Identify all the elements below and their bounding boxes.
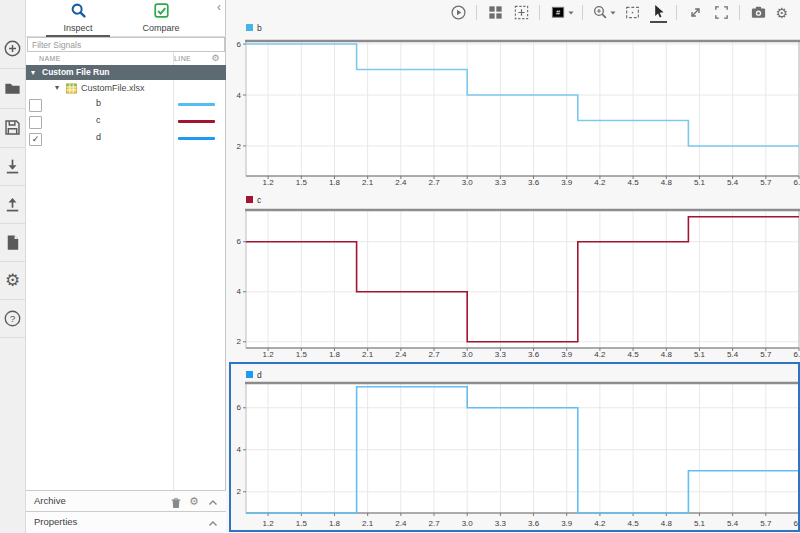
x-tick-label: 3.0 [462,178,474,187]
x-tick-label: 1.8 [329,519,341,528]
y-tick-label: 6 [237,40,242,49]
x-tick-label: 4.2 [594,350,606,359]
toolbar-separator [539,5,540,20]
collapse-panel-icon[interactable]: ‹ [217,0,221,14]
toolbar-separator [0,185,25,186]
run-group-label: Custom File Run [42,65,110,80]
signal-row-d[interactable]: ✓d [26,130,226,147]
folder-icon[interactable] [3,79,22,98]
signal-row-b[interactable]: b [26,96,226,113]
toolbar-separator [0,337,25,338]
y-tick-label: 2 [237,337,242,346]
import-icon[interactable] [3,157,22,176]
x-tick-label: 5.7 [760,519,772,528]
archive-section-bar[interactable]: Archive ⚙ [26,490,226,511]
display-count-icon[interactable]: # [550,4,567,21]
signal-list: bc✓d [26,96,226,147]
expand-icon[interactable] [687,4,704,21]
settings-icon[interactable]: ⚙ [776,4,793,21]
x-tick-label: 2.7 [428,519,440,528]
legend-d: d [246,370,262,380]
preferences-icon[interactable]: ⚙ [3,271,22,290]
y-tick-label: 2 [237,142,242,151]
properties-section-bar[interactable]: Properties [26,511,226,533]
report-icon[interactable] [3,233,22,252]
svg-text:d: d [257,370,262,380]
file-name-label: CustomFile.xlsx [81,80,145,96]
chevron-down-icon[interactable] [568,11,574,15]
save-icon[interactable] [3,118,22,137]
filter-signals-input[interactable] [27,37,225,52]
tab-inspect[interactable]: Inspect [46,2,110,37]
signal-line-swatch [178,120,215,123]
fit-to-view-icon[interactable] [624,4,641,21]
zoom-dropdown-icon[interactable] [592,4,609,21]
tab-compare[interactable]: Compare [129,2,193,35]
x-tick-label: 5.7 [760,350,772,359]
x-tick-label: 4.8 [661,178,673,187]
toolbar-separator [676,5,677,20]
custom-layout-icon[interactable] [513,4,530,21]
x-tick-label: 2.1 [362,519,374,528]
magnifier-icon [70,5,87,22]
x-tick-label: 5.4 [727,519,739,528]
trash-icon[interactable] [170,495,182,507]
collapse-triangle-icon[interactable]: ▾ [31,65,35,80]
x-tick-label: 2.4 [395,178,407,187]
signal-name: c [96,115,101,125]
x-tick-label: 5.4 [727,350,739,359]
toolbar-separator [582,5,583,20]
x-tick-label: 3.3 [495,519,507,528]
toolbar-separator [0,108,25,109]
run-icon[interactable] [450,4,467,21]
x-tick-label: 5.1 [694,519,706,528]
column-name-header[interactable]: NAME [39,55,61,62]
x-tick-label: 3.6 [528,178,540,187]
archive-options-gear-icon[interactable]: ⚙ [188,495,200,507]
chevron-down-icon[interactable] [610,11,616,15]
signal-checkbox[interactable] [29,116,42,129]
file-row[interactable]: ▾ CustomFile.xlsx [26,80,226,96]
toolbar-separator [0,261,25,262]
x-tick-label: 3.0 [462,519,474,528]
x-tick-label: 1.2 [263,178,275,187]
x-tick-label: 3.3 [495,178,507,187]
svg-text:c: c [257,195,262,205]
chevron-up-icon[interactable] [207,516,219,528]
x-tick-label: 5.7 [760,178,772,187]
signal-row-c[interactable]: c [26,113,226,130]
add-circle-icon[interactable] [3,39,22,58]
grid-layout-icon[interactable] [487,4,504,21]
snapshot-icon[interactable] [750,4,767,21]
collapse-triangle-icon[interactable]: ▾ [55,80,59,96]
y-tick-label: 6 [237,237,242,246]
x-tick-label: 3.9 [561,519,573,528]
table-options-gear-icon[interactable]: ⚙ [212,53,220,63]
properties-label: Properties [34,516,77,527]
column-line-header[interactable]: LINE [174,55,191,62]
toolbar-separator [0,68,25,69]
fullscreen-icon[interactable] [713,4,730,21]
x-tick-label: 5.4 [727,178,739,187]
signal-line-swatch [178,137,215,140]
tab-inspect-label: Inspect [46,23,110,37]
x-tick-label: 6.0 [793,350,800,359]
compare-check-icon [153,5,170,22]
x-tick-label: 4.8 [661,350,673,359]
x-tick-label: 1.8 [329,178,341,187]
signal-checkbox[interactable]: ✓ [29,133,42,146]
chevron-up-icon[interactable] [207,495,219,507]
signal-table-header: NAME LINE ⚙ [26,52,226,65]
export-icon[interactable] [3,195,22,214]
x-tick-label: 4.5 [628,178,640,187]
run-group-row[interactable]: ▾ Custom File Run [26,65,226,80]
help-icon[interactable]: ? [3,309,22,328]
spreadsheet-file-icon [66,83,77,94]
subplot-b[interactable]: 1.21.51.82.12.42.73.03.33.63.94.24.54.85… [230,20,800,192]
subplot-c[interactable]: 1.21.51.82.12.42.73.03.33.63.94.24.54.85… [230,195,800,361]
x-tick-label: 4.5 [628,350,640,359]
signal-browser-panel: Inspect Compare ‹ NAME LINE ⚙ ▾ Custom F… [26,0,226,533]
subplot-d[interactable]: 1.21.51.82.12.42.73.03.33.63.94.24.54.85… [230,360,800,533]
x-tick-label: 3.9 [561,350,573,359]
signal-checkbox[interactable] [29,99,42,112]
